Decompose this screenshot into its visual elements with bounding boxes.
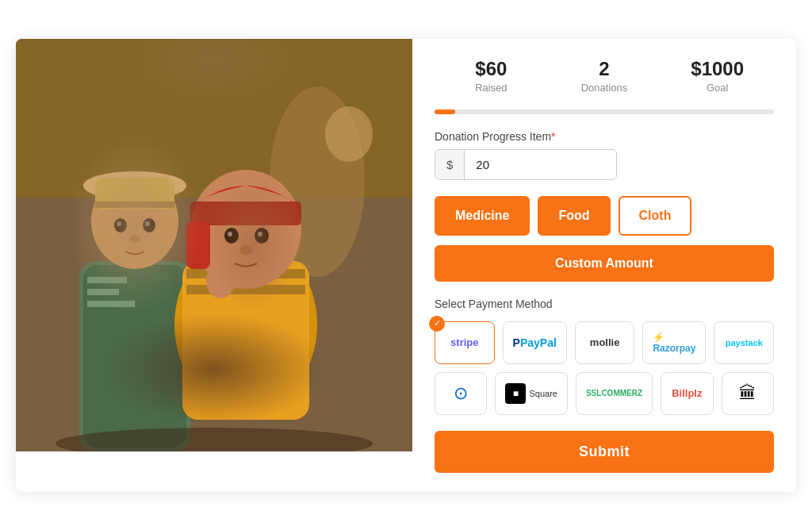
billplz-label: Billplz bbox=[672, 387, 702, 399]
payment-mollie[interactable]: mollie bbox=[575, 321, 635, 364]
payment-razorpay[interactable]: ⚡ Razorpay bbox=[642, 321, 706, 364]
bank-icon: 🏛 bbox=[739, 383, 756, 404]
food-button[interactable]: Food bbox=[538, 196, 610, 236]
svg-point-9 bbox=[91, 174, 178, 269]
stats-row: $60 Raised 2 Donations $1000 Goal bbox=[435, 58, 774, 103]
payhere-label: ⊙ bbox=[454, 383, 468, 404]
square-label: Square bbox=[529, 389, 557, 398]
paypal-label: PPayPal bbox=[513, 336, 557, 350]
stat-donations: 2 Donations bbox=[548, 58, 661, 94]
amount-input[interactable] bbox=[465, 150, 616, 179]
goal-value: $1000 bbox=[661, 58, 774, 80]
payment-method-label: Select Payment Method bbox=[435, 298, 774, 310]
payment-payhere[interactable]: ⊙ bbox=[435, 372, 487, 415]
svg-point-29 bbox=[239, 245, 252, 255]
svg-point-30 bbox=[206, 263, 235, 298]
payment-paypal[interactable]: PPayPal bbox=[503, 321, 567, 364]
payment-sslcommerz[interactable]: SSLCOMMERZ bbox=[576, 372, 653, 415]
svg-rect-4 bbox=[79, 261, 190, 451]
svg-point-3 bbox=[325, 106, 373, 162]
svg-rect-11 bbox=[95, 178, 174, 209]
campaign-image-svg bbox=[16, 39, 412, 451]
donation-card: $60 Raised 2 Donations $1000 Goal Donati… bbox=[16, 39, 796, 492]
progress-bar-container bbox=[435, 109, 774, 114]
svg-point-31 bbox=[56, 428, 373, 451]
sslcommerz-label: SSLCOMMERZ bbox=[586, 389, 642, 398]
raised-label: Raised bbox=[435, 82, 548, 94]
category-buttons: Medicine Food Cloth bbox=[435, 196, 774, 236]
payment-stripe[interactable]: ✓ stripe bbox=[435, 321, 495, 364]
payment-billplz[interactable]: Billplz bbox=[661, 372, 713, 415]
currency-prefix: $ bbox=[435, 150, 465, 179]
svg-rect-8 bbox=[87, 301, 135, 307]
square-icon: ■ bbox=[505, 383, 526, 404]
svg-point-15 bbox=[117, 221, 121, 226]
stripe-label: stripe bbox=[450, 336, 478, 348]
svg-rect-1 bbox=[16, 39, 412, 198]
required-marker: * bbox=[551, 130, 555, 143]
svg-rect-5 bbox=[83, 265, 186, 447]
payment-bank[interactable]: 🏛 bbox=[722, 372, 774, 415]
svg-rect-0 bbox=[16, 39, 412, 451]
paystack-label: paystack bbox=[726, 338, 763, 348]
svg-point-25 bbox=[224, 228, 239, 244]
svg-point-18 bbox=[174, 237, 317, 412]
svg-point-26 bbox=[255, 228, 269, 244]
mollie-label: mollie bbox=[590, 336, 620, 348]
goal-label: Goal bbox=[661, 82, 774, 94]
custom-amount-button[interactable]: Custom Amount bbox=[435, 245, 774, 282]
svg-point-17 bbox=[129, 235, 140, 243]
payment-paystack[interactable]: paystack bbox=[714, 321, 774, 364]
svg-point-27 bbox=[228, 232, 232, 236]
svg-rect-7 bbox=[87, 289, 119, 295]
campaign-image bbox=[16, 39, 412, 451]
stat-goal: $1000 Goal bbox=[661, 58, 774, 94]
payment-methods: ✓ stripe PPayPal mollie ⚡ Razorpay payst… bbox=[435, 321, 774, 415]
svg-rect-21 bbox=[186, 285, 305, 294]
cloth-button[interactable]: Cloth bbox=[619, 196, 692, 236]
stripe-check-badge: ✓ bbox=[429, 316, 445, 332]
svg-point-16 bbox=[145, 221, 150, 226]
payment-square[interactable]: ■ Square bbox=[495, 372, 567, 415]
svg-point-13 bbox=[114, 218, 127, 232]
svg-point-14 bbox=[143, 218, 155, 232]
svg-rect-19 bbox=[182, 261, 309, 420]
amount-input-row: $ bbox=[435, 149, 617, 180]
donations-value: 2 bbox=[548, 58, 661, 80]
payment-row-2: ⊙ ■ Square SSLCOMMERZ Billplz 🏛 bbox=[435, 372, 774, 415]
svg-rect-23 bbox=[190, 202, 301, 225]
progress-bar-fill bbox=[435, 109, 455, 114]
medicine-button[interactable]: Medicine bbox=[435, 196, 530, 236]
svg-point-2 bbox=[270, 86, 365, 277]
svg-rect-12 bbox=[95, 202, 174, 208]
svg-point-10 bbox=[83, 171, 186, 200]
stat-raised: $60 Raised bbox=[435, 58, 548, 94]
svg-rect-6 bbox=[87, 277, 127, 283]
submit-button[interactable]: Submit bbox=[435, 431, 774, 473]
svg-point-22 bbox=[190, 170, 301, 289]
campaign-image-section bbox=[16, 39, 412, 492]
razorpay-label: ⚡ Razorpay bbox=[653, 332, 695, 354]
donation-item-label: Donation Progress Item* bbox=[435, 130, 774, 143]
donations-label: Donations bbox=[548, 82, 661, 94]
svg-rect-24 bbox=[186, 221, 210, 269]
svg-rect-20 bbox=[186, 269, 305, 278]
svg-point-28 bbox=[258, 232, 262, 236]
donation-form-section: $60 Raised 2 Donations $1000 Goal Donati… bbox=[412, 39, 796, 492]
raised-value: $60 bbox=[435, 58, 548, 80]
payment-row-1: ✓ stripe PPayPal mollie ⚡ Razorpay payst… bbox=[435, 321, 774, 364]
